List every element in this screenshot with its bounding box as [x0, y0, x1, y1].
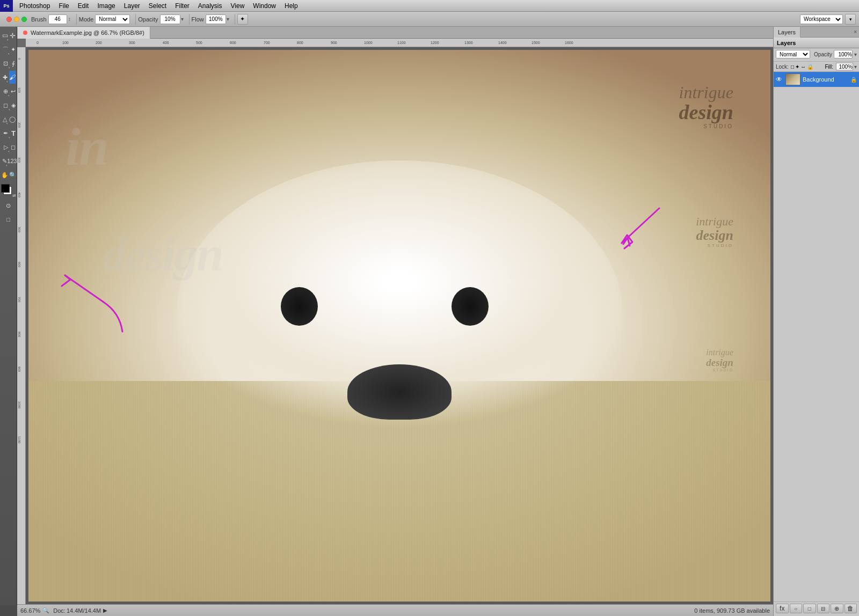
menu-help[interactable]: Help: [280, 0, 302, 12]
menu-bar: Ps Photoshop File Edit Image Layer Selec…: [0, 0, 859, 12]
dog-right-eye: [452, 287, 489, 326]
layer-lock-icon: 🔒: [850, 77, 857, 83]
delete-layer-button[interactable]: 🗑: [845, 604, 857, 613]
count-tool[interactable]: 123: [9, 155, 16, 167]
photo-canvas[interactable]: design in intrigue design studio intrigu…: [28, 50, 770, 602]
lock-position-button[interactable]: ↔: [800, 64, 806, 70]
zoom-tool[interactable]: 🔍: [9, 168, 16, 181]
menu-select[interactable]: Select: [144, 0, 171, 12]
marquee-tool[interactable]: ▭▾: [1, 29, 9, 42]
menu-analysis[interactable]: Analysis: [194, 0, 227, 12]
eraser-tool[interactable]: ◻▾: [1, 99, 11, 112]
maximize-window-button[interactable]: [21, 17, 27, 22]
opacity-input[interactable]: 10%: [160, 14, 180, 24]
layers-tab[interactable]: Layers: [774, 27, 800, 38]
airbrush-button[interactable]: ✦: [237, 14, 248, 25]
canvas-area: 0 100 200 300 400 500 600 700 800 900 10…: [17, 39, 773, 604]
layer-adjustment-button[interactable]: □: [803, 604, 816, 613]
type-tool[interactable]: T: [11, 127, 16, 140]
ruler-top: 0 100 200 300 400 500 600 700 800 900 10…: [26, 39, 773, 47]
magic-wand-tool[interactable]: ✦: [11, 43, 16, 56]
panel-tab-bar: Layers ×: [774, 27, 859, 38]
lock-pixels-button[interactable]: ✦: [795, 64, 799, 70]
gradient-tool[interactable]: ◈: [11, 99, 16, 112]
document-title: WatermarkExample.jpg @ 66.7% (RGB/8#): [31, 30, 144, 36]
brush-tool[interactable]: 🖌: [9, 71, 16, 84]
flow-input[interactable]: 100%: [206, 14, 226, 24]
document-tab-bar: WatermarkExample.jpg @ 66.7% (RGB/8#): [17, 27, 773, 39]
window-controls: [6, 17, 27, 22]
quick-mask-button[interactable]: ⊙: [1, 199, 16, 212]
minimize-window-button[interactable]: [14, 17, 19, 22]
history-brush-tool[interactable]: ↩: [11, 85, 16, 98]
tab-close-button[interactable]: [23, 31, 27, 35]
screen-mode-button[interactable]: □: [1, 213, 16, 226]
doc-label: Doc:: [53, 607, 65, 614]
close-window-button[interactable]: [6, 17, 12, 22]
heal-tool[interactable]: ✚▾: [1, 71, 9, 84]
crop-tool[interactable]: ⊡▾: [1, 57, 11, 70]
mode-label: Mode: [79, 16, 94, 23]
fill-stepper[interactable]: ▾: [854, 64, 857, 70]
hand-tool[interactable]: ✋: [1, 168, 9, 181]
swap-colors-button[interactable]: ⇌: [12, 193, 16, 198]
shape-tool[interactable]: ◻: [11, 141, 16, 153]
lock-transparency-button[interactable]: □: [791, 64, 794, 70]
dodge-tool[interactable]: ◯: [9, 113, 16, 126]
canvas-image: design in intrigue design studio intrigu…: [26, 47, 773, 604]
menu-photoshop[interactable]: Photoshop: [15, 0, 54, 12]
workspace-select[interactable]: Workspace: [800, 14, 843, 24]
lasso-tool[interactable]: ⌒▾: [1, 43, 10, 56]
opacity-input[interactable]: 100%: [834, 50, 853, 58]
layer-item-background[interactable]: 👁 Background 🔒: [774, 72, 859, 87]
layer-mask-button[interactable]: ○: [790, 604, 803, 613]
layer-thumbnail: [785, 74, 800, 85]
brush-size-group: Brush ↕: [31, 14, 71, 24]
menu-filter[interactable]: Filter: [171, 0, 194, 12]
dog-left-eye: [281, 287, 318, 326]
workspace-options-button[interactable]: ▾: [845, 14, 856, 25]
fill-label: Fill:: [825, 64, 833, 70]
pen-tool[interactable]: ✒▾: [1, 127, 11, 140]
menu-view[interactable]: View: [227, 0, 249, 12]
menu-layer[interactable]: Layer: [120, 0, 144, 12]
layer-visibility-toggle[interactable]: 👁: [776, 76, 783, 83]
flow-group: Flow 100% ▾: [192, 14, 229, 24]
opacity-label: Opacity: [138, 16, 158, 23]
app-icon: Ps: [0, 0, 13, 12]
mode-group: Mode Normal: [79, 14, 130, 24]
panel-close-button[interactable]: ×: [851, 29, 859, 35]
new-group-button[interactable]: ⊟: [817, 604, 830, 613]
menu-edit[interactable]: Edit: [74, 0, 93, 12]
opacity-label: Opacity: [814, 52, 832, 57]
blur-tool[interactable]: △▾: [1, 113, 9, 126]
tools-panel: ▭▾ ✛ ⌒▾ ✦ ⊡▾ ∮ ✚▾ 🖌 ⊕▾ ↩ ◻▾ ◈ △▾ ◯ ✒▾ T …: [0, 27, 17, 605]
opacity-group: Opacity 10% ▾: [138, 14, 183, 24]
zoom-icon: 🔍: [42, 607, 49, 613]
lock-label: Lock:: [776, 64, 789, 70]
status-bar: 66.67% 🔍 Doc: 14.4M/14.4M ▶ 0 items, 909…: [17, 604, 773, 616]
doc-size: 14.4M/14.4M: [67, 607, 101, 614]
lock-row: Lock: □ ✦ ↔ 🔒 Fill: 100% ▾: [774, 62, 859, 72]
brush-size-input[interactable]: [48, 14, 67, 24]
menu-file[interactable]: File: [54, 0, 73, 12]
eyedropper-tool[interactable]: ∮: [11, 57, 16, 70]
menu-window[interactable]: Window: [249, 0, 280, 12]
nav-arrow[interactable]: ▶: [103, 607, 107, 613]
document-tab[interactable]: WatermarkExample.jpg @ 66.7% (RGB/8#): [17, 27, 150, 39]
clone-tool[interactable]: ⊕▾: [1, 85, 10, 98]
mode-select[interactable]: Normal: [95, 14, 130, 24]
blend-mode-row: Normal Opacity 100% ▾: [774, 48, 859, 62]
foreground-color-swatch[interactable]: [1, 184, 10, 193]
fill-input[interactable]: 100%: [836, 63, 853, 70]
move-tool[interactable]: ✛: [10, 29, 16, 42]
layer-fx-button[interactable]: fx: [776, 604, 789, 613]
new-layer-button[interactable]: ⊕: [831, 604, 843, 613]
opacity-stepper[interactable]: ▾: [854, 52, 857, 57]
menu-image[interactable]: Image: [93, 0, 119, 12]
blend-mode-select[interactable]: Normal: [776, 50, 810, 58]
path-selection-tool[interactable]: ▷▾: [1, 141, 10, 153]
layers-title: Layers: [777, 40, 796, 46]
layers-panel: Layers × Layers Normal Opacity 100% ▾ Lo…: [773, 27, 859, 616]
lock-all-button[interactable]: 🔒: [807, 64, 813, 70]
